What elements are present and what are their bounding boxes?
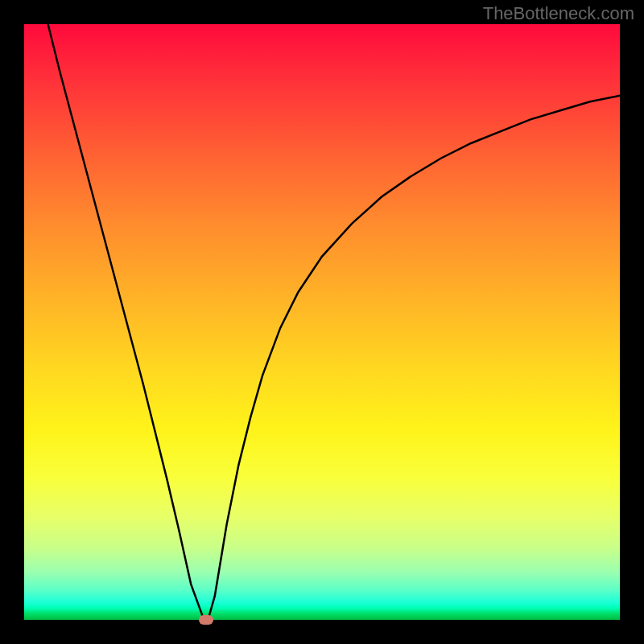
watermark-text: TheBottleneck.com [483,3,634,24]
optimal-point-marker [199,615,213,625]
bottleneck-chart [24,24,620,620]
bottleneck-curve-line [48,24,620,620]
